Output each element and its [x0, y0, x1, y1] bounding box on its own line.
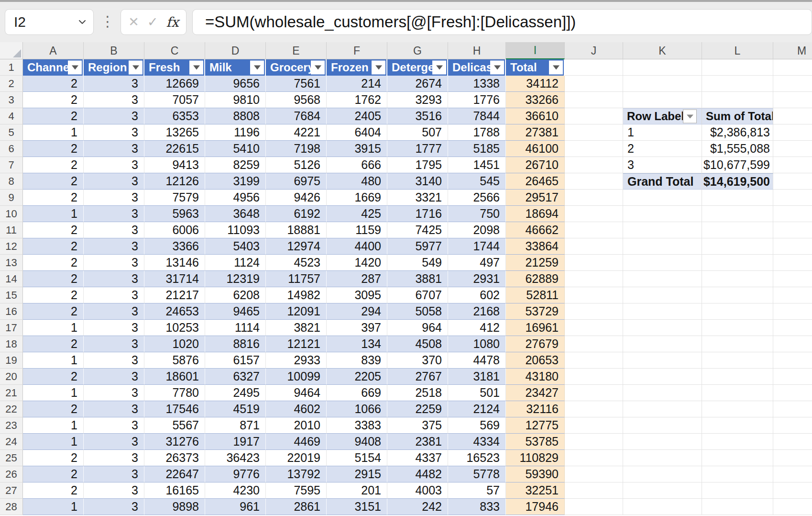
pivot-row-label[interactable]: 1 — [623, 124, 702, 141]
cell-H10[interactable]: 750 — [448, 206, 506, 222]
cell-C26[interactable]: 22647 — [144, 466, 205, 482]
column-header-J[interactable]: J — [565, 42, 623, 59]
cell-H25[interactable]: 16523 — [448, 450, 506, 466]
row-header-26[interactable]: 26 — [0, 466, 23, 482]
cell-E20[interactable]: 10099 — [266, 369, 327, 385]
cell-B7[interactable]: 3 — [84, 157, 144, 173]
cell-B10[interactable]: 3 — [84, 206, 144, 222]
cell-H18[interactable]: 1080 — [448, 336, 506, 352]
cell-G25[interactable]: 4337 — [387, 450, 448, 466]
cell-K9[interactable] — [623, 190, 702, 206]
name-box[interactable]: I2 — [5, 9, 94, 35]
cell-I7[interactable]: 26710 — [506, 157, 565, 173]
row-header-25[interactable]: 25 — [0, 450, 23, 466]
cell-E9[interactable]: 9426 — [266, 190, 327, 206]
cell-B9[interactable]: 3 — [84, 190, 144, 206]
cell-G13[interactable]: 549 — [387, 255, 448, 271]
cell-A8[interactable]: 2 — [23, 173, 84, 190]
row-header-11[interactable]: 11 — [0, 222, 23, 238]
filter-dropdown-button[interactable] — [549, 61, 563, 75]
cell-F24[interactable]: 9408 — [327, 434, 387, 450]
cell-H22[interactable]: 2124 — [448, 401, 506, 417]
cell-B22[interactable]: 3 — [84, 401, 144, 417]
cell-C19[interactable]: 5876 — [144, 352, 205, 369]
cell-J21[interactable] — [565, 385, 623, 401]
cell-I10[interactable]: 18694 — [506, 206, 565, 222]
cell-A22[interactable]: 2 — [23, 401, 84, 417]
cell-D13[interactable]: 1124 — [205, 255, 266, 271]
cell-G4[interactable]: 3516 — [387, 108, 448, 124]
cell-D24[interactable]: 1917 — [205, 434, 266, 450]
cancel-icon[interactable]: ✕ — [128, 14, 139, 30]
cell-K19[interactable] — [623, 352, 702, 369]
cell-E27[interactable]: 7595 — [266, 482, 327, 499]
column-header-G[interactable]: G — [387, 42, 448, 59]
cell-A19[interactable]: 1 — [23, 352, 84, 369]
cell-C17[interactable]: 10253 — [144, 320, 205, 336]
cell-F8[interactable]: 480 — [327, 173, 387, 190]
cell-H24[interactable]: 4334 — [448, 434, 506, 450]
cell-G6[interactable]: 1777 — [387, 141, 448, 157]
cell-F6[interactable]: 3915 — [327, 141, 387, 157]
pivot-grand-total-value[interactable]: $14,619,500 — [702, 173, 773, 190]
row-header-20[interactable]: 20 — [0, 369, 23, 385]
cell-M28[interactable] — [773, 499, 812, 515]
filter-dropdown-button[interactable] — [250, 61, 264, 75]
cell-F4[interactable]: 2405 — [327, 108, 387, 124]
cell-G2[interactable]: 2674 — [387, 76, 448, 92]
cell-M6[interactable] — [773, 141, 812, 157]
cell-L9[interactable] — [702, 190, 773, 206]
cell-F19[interactable]: 839 — [327, 352, 387, 369]
cell-I19[interactable]: 20653 — [506, 352, 565, 369]
cell-A4[interactable]: 2 — [23, 108, 84, 124]
cell-A20[interactable]: 2 — [23, 369, 84, 385]
cell-L15[interactable] — [702, 287, 773, 303]
cell-D5[interactable]: 1196 — [205, 124, 266, 141]
cell-J4[interactable] — [565, 108, 623, 124]
cell-B16[interactable]: 3 — [84, 303, 144, 320]
cell-D8[interactable]: 3199 — [205, 173, 266, 190]
cell-M11[interactable] — [773, 222, 812, 238]
cell-K15[interactable] — [623, 287, 702, 303]
cell-J10[interactable] — [565, 206, 623, 222]
cell-G22[interactable]: 2259 — [387, 401, 448, 417]
insert-function-icon[interactable]: fx — [166, 14, 179, 30]
cell-I27[interactable]: 32251 — [506, 482, 565, 499]
row-header-23[interactable]: 23 — [0, 417, 23, 434]
cell-C18[interactable]: 1020 — [144, 336, 205, 352]
cell-E6[interactable]: 7198 — [266, 141, 327, 157]
cell-M24[interactable] — [773, 434, 812, 450]
cell-B15[interactable]: 3 — [84, 287, 144, 303]
cell-A16[interactable]: 2 — [23, 303, 84, 320]
cell-L11[interactable] — [702, 222, 773, 238]
cell-C21[interactable]: 7780 — [144, 385, 205, 401]
cell-H11[interactable]: 2098 — [448, 222, 506, 238]
formula-bar-grip-icon[interactable]: ⋮ — [100, 13, 115, 30]
cell-K27[interactable] — [623, 482, 702, 499]
row-header-24[interactable]: 24 — [0, 434, 23, 450]
cell-G8[interactable]: 3140 — [387, 173, 448, 190]
cell-M3[interactable] — [773, 92, 812, 108]
cell-L19[interactable] — [702, 352, 773, 369]
cell-L12[interactable] — [702, 238, 773, 255]
cell-G15[interactable]: 6707 — [387, 287, 448, 303]
cell-J24[interactable] — [565, 434, 623, 450]
cell-J3[interactable] — [565, 92, 623, 108]
cell-B14[interactable]: 3 — [84, 271, 144, 287]
cell-M14[interactable] — [773, 271, 812, 287]
cell-E28[interactable]: 2861 — [266, 499, 327, 515]
cell-F13[interactable]: 1420 — [327, 255, 387, 271]
cell-E22[interactable]: 4602 — [266, 401, 327, 417]
cell-A15[interactable]: 2 — [23, 287, 84, 303]
cell-F7[interactable]: 666 — [327, 157, 387, 173]
row-header-27[interactable]: 27 — [0, 482, 23, 499]
row-header-15[interactable]: 15 — [0, 287, 23, 303]
filter-dropdown-button[interactable] — [311, 61, 325, 75]
cell-B27[interactable]: 3 — [84, 482, 144, 499]
cell-C22[interactable]: 17546 — [144, 401, 205, 417]
cell-B26[interactable]: 3 — [84, 466, 144, 482]
cell-B20[interactable]: 3 — [84, 369, 144, 385]
cell-J15[interactable] — [565, 287, 623, 303]
table-header-region[interactable]: Region — [84, 59, 144, 76]
cell-G14[interactable]: 3881 — [387, 271, 448, 287]
